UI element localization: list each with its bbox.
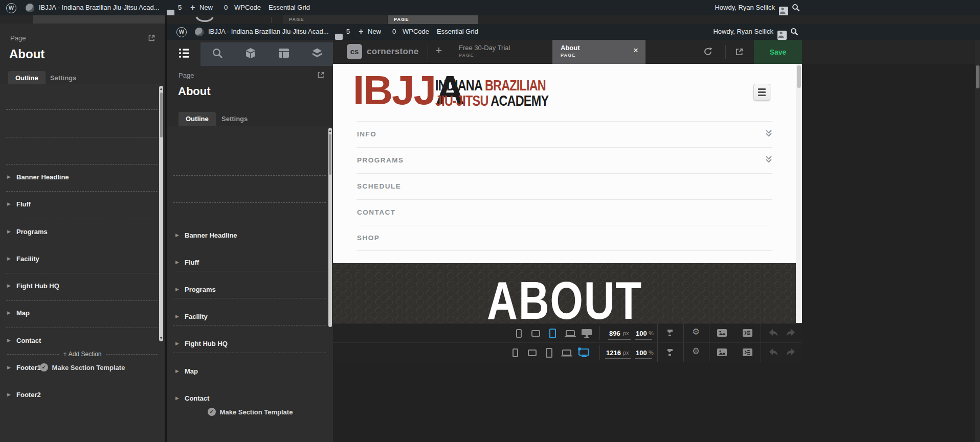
add-section-button[interactable]: + Add Section bbox=[7, 351, 158, 358]
wpcode-menu[interactable]: WPCode bbox=[234, 0, 261, 15]
caret-icon[interactable]: ▶ bbox=[7, 201, 16, 206]
outline-tool-icon[interactable] bbox=[179, 48, 190, 59]
hamburger-menu-button[interactable] bbox=[753, 84, 770, 101]
scrollbar-thumb[interactable] bbox=[797, 65, 801, 88]
section-row[interactable]: ▶Facility bbox=[7, 253, 155, 264]
comments-icon[interactable] bbox=[167, 5, 174, 11]
wordpress-menu[interactable]: W bbox=[176, 24, 187, 39]
chevron-double-down-icon[interactable] bbox=[764, 155, 773, 164]
caret-icon[interactable]: ▶ bbox=[175, 260, 185, 265]
nav-item-info[interactable]: INFO bbox=[357, 130, 376, 138]
power-tool-icon[interactable] bbox=[666, 348, 674, 357]
chevron-double-down-icon[interactable] bbox=[764, 129, 773, 138]
caret-icon[interactable]: ▶ bbox=[175, 287, 185, 292]
section-row[interactable]: ▶Footer2 bbox=[7, 389, 155, 400]
device-phone-icon[interactable] bbox=[513, 348, 518, 357]
viewport-width-value[interactable]: 896 bbox=[609, 330, 620, 337]
save-button[interactable]: Save bbox=[754, 40, 802, 64]
window-scrollbar[interactable] bbox=[975, 40, 980, 442]
section-row[interactable]: ▶Map bbox=[175, 366, 324, 376]
tab-free-30-day-trial[interactable]: Free 30-Day Trial PAGE bbox=[457, 40, 551, 64]
popout-icon[interactable] bbox=[148, 34, 155, 42]
device-phone-icon[interactable] bbox=[516, 329, 522, 338]
scroll-up-icon[interactable]: ▲ bbox=[159, 87, 163, 91]
section-row[interactable]: ▶Banner Headline bbox=[175, 230, 324, 240]
template-list-icon[interactable] bbox=[743, 329, 752, 337]
redo-icon[interactable] bbox=[786, 348, 795, 356]
new-plus-icon[interactable]: + bbox=[359, 24, 363, 39]
caret-icon[interactable]: ▶ bbox=[7, 229, 16, 234]
scrollbar-thumb[interactable] bbox=[976, 65, 979, 88]
caret-icon[interactable]: ▶ bbox=[175, 341, 185, 346]
tab-outline[interactable]: Outline bbox=[8, 71, 46, 85]
make-section-template-button[interactable]: ✓ Make Section Template bbox=[0, 363, 165, 371]
update-count[interactable]: 0 bbox=[224, 0, 228, 15]
section-row[interactable]: ▶Contact bbox=[7, 335, 155, 345]
tab-settings[interactable]: Settings bbox=[214, 112, 255, 126]
scrollbar-thumb[interactable] bbox=[329, 134, 331, 175]
comments-icon[interactable] bbox=[335, 29, 343, 35]
device-laptop-icon[interactable] bbox=[565, 330, 576, 337]
section-row[interactable]: ▶Fluff bbox=[7, 199, 155, 209]
wordpress-menu[interactable]: W bbox=[6, 0, 16, 15]
nav-item-programs[interactable]: PROGRAMS bbox=[357, 156, 404, 164]
caret-icon[interactable]: ▶ bbox=[175, 314, 185, 319]
image-icon[interactable] bbox=[717, 329, 727, 337]
scroll-up-icon[interactable]: ▲ bbox=[328, 129, 332, 133]
zoom-value[interactable]: 100 bbox=[636, 330, 647, 337]
caret-icon[interactable]: ▶ bbox=[7, 392, 16, 397]
tab-free-trial-sliver[interactable]: PAGE bbox=[283, 15, 387, 24]
search-icon[interactable] bbox=[790, 28, 798, 36]
section-row[interactable]: ▶Programs bbox=[175, 284, 324, 294]
tab-settings[interactable]: Settings bbox=[43, 71, 83, 85]
new-plus-icon[interactable]: + bbox=[190, 0, 195, 15]
avatar[interactable] bbox=[777, 27, 787, 36]
undo-icon[interactable] bbox=[769, 329, 778, 337]
popout-icon[interactable] bbox=[317, 71, 325, 79]
caret-icon[interactable]: ▶ bbox=[7, 256, 16, 261]
section-row[interactable]: ▶Fight Hub HQ bbox=[175, 338, 324, 348]
caret-icon[interactable]: ▶ bbox=[7, 310, 16, 315]
preview-scrollbar[interactable] bbox=[796, 64, 802, 323]
section-row[interactable]: ▶Banner Headline bbox=[7, 172, 155, 182]
close-tab-icon[interactable]: × bbox=[633, 45, 638, 56]
template-list-icon[interactable] bbox=[743, 348, 752, 356]
elements-cube-icon[interactable] bbox=[245, 48, 256, 59]
nav-item-shop[interactable]: SHOP bbox=[357, 234, 380, 242]
update-count[interactable]: 0 bbox=[392, 24, 396, 39]
tab-outline[interactable]: Outline bbox=[179, 112, 216, 126]
popout-preview-icon[interactable] bbox=[735, 48, 744, 56]
layers-tool-icon[interactable] bbox=[311, 48, 323, 59]
caret-icon[interactable]: ▶ bbox=[175, 368, 185, 374]
avatar[interactable] bbox=[779, 3, 788, 12]
howdy-menu[interactable]: Howdy, Ryan Sellick bbox=[653, 24, 773, 39]
tab-about-sliver[interactable]: PAGE bbox=[388, 15, 478, 24]
section-row[interactable]: ▶Facility bbox=[175, 311, 324, 321]
essential-grid-menu[interactable]: Essential Grid bbox=[269, 0, 310, 15]
settings-gear-icon[interactable]: ⚙ bbox=[692, 328, 700, 336]
caret-icon[interactable]: ▶ bbox=[7, 283, 16, 288]
caret-icon[interactable]: ▶ bbox=[175, 232, 185, 238]
essential-grid-menu[interactable]: Essential Grid bbox=[437, 24, 478, 39]
caret-icon[interactable]: ▶ bbox=[175, 396, 185, 401]
caret-icon[interactable]: ▶ bbox=[7, 174, 16, 179]
viewport-width-value[interactable]: 1216 bbox=[606, 349, 621, 357]
device-desktop-icon-active[interactable] bbox=[578, 347, 589, 357]
howdy-menu[interactable]: Howdy, Ryan Sellick bbox=[655, 0, 775, 15]
refresh-icon[interactable] bbox=[703, 46, 713, 57]
image-icon[interactable] bbox=[717, 348, 727, 356]
layout-tool-icon[interactable] bbox=[278, 48, 289, 59]
panel-scrollbar[interactable]: ▲ bbox=[328, 128, 332, 327]
device-tablet-landscape-icon[interactable] bbox=[528, 350, 537, 356]
device-laptop-icon[interactable] bbox=[561, 350, 572, 357]
panel-scrollbar[interactable]: ▲ ▼ bbox=[159, 86, 163, 341]
new-menu[interactable]: New bbox=[368, 24, 381, 39]
section-row[interactable]: ▶Map bbox=[7, 308, 155, 318]
tab-about[interactable]: About PAGE × bbox=[552, 40, 645, 64]
zoom-value[interactable]: 100 bbox=[636, 349, 647, 357]
section-row[interactable]: ▶Fight Hub HQ bbox=[7, 281, 155, 291]
new-document-plus-button[interactable]: + bbox=[433, 44, 444, 57]
nav-item-schedule[interactable]: SCHEDULE bbox=[357, 182, 401, 190]
comments-count[interactable]: 5 bbox=[178, 0, 182, 15]
wpcode-menu[interactable]: WPCode bbox=[403, 24, 429, 39]
